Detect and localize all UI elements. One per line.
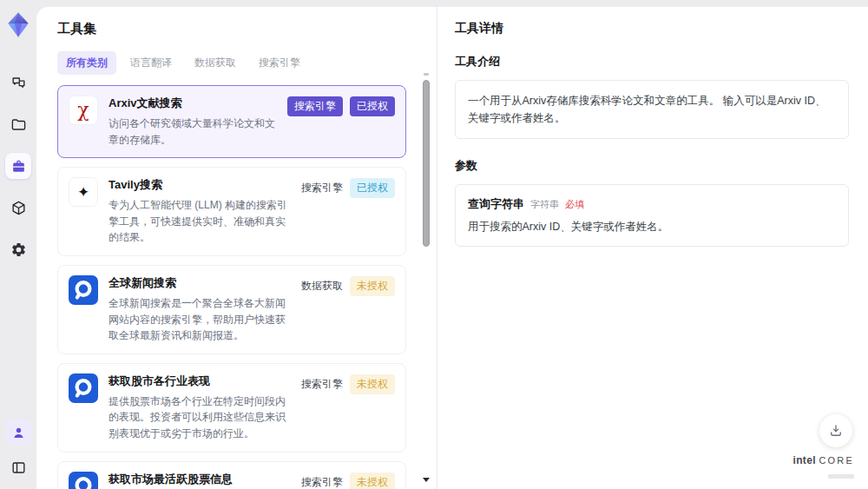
param-box: 查询字符串 字符串 必填 用于搜索的Arxiv ID、关键字或作者姓名。 <box>455 184 849 247</box>
auth-status-badge: 未授权 <box>350 472 395 489</box>
brand-intel-text: intel <box>793 454 816 466</box>
scrollbar-down-arrow-icon[interactable] <box>423 478 430 482</box>
tool-card-active-stocks[interactable]: 获取市场最活跃股票信息 提供当天交易量最高的股票列表。投资者可以利用这些信息来识… <box>57 461 406 489</box>
arxiv-icon: χ <box>69 96 98 125</box>
tool-name: 全球新闻搜索 <box>108 275 291 291</box>
tab-data-acquisition[interactable]: 数据获取 <box>186 51 245 75</box>
param-type: 字符串 <box>530 198 559 211</box>
tool-card-list: χ Arxiv文献搜索 访问各个研究领域大量科学论文和文章的存储库。 搜索引擎 … <box>57 85 406 489</box>
tool-description: 专为人工智能代理 (LLM) 构建的搜索引擎工具，可快速提供实时、准确和真实的结… <box>108 197 291 246</box>
sidebar-toggle-icon[interactable] <box>5 454 31 480</box>
param-name: 查询字符串 <box>468 196 524 212</box>
detail-title: 工具详情 <box>455 21 849 36</box>
tavily-star-icon: ✦ <box>69 177 98 207</box>
global-news-search-icon <box>69 275 98 305</box>
active-stocks-icon <box>69 472 98 489</box>
intro-box: 一个用于从Arxiv存储库搜索科学论文和文章的工具。 输入可以是Arxiv ID… <box>455 80 849 139</box>
scrollbar-top-dash <box>424 73 429 76</box>
folder-icon[interactable] <box>5 111 31 137</box>
params-heading: 参数 <box>455 158 849 174</box>
scrollbar-thumb[interactable] <box>423 80 430 247</box>
list-scrollbar[interactable] <box>423 73 430 484</box>
auth-status-badge: 已授权 <box>350 178 395 198</box>
tool-card-global-news[interactable]: 全球新闻搜索 全球新闻搜索是一个聚合全球各大新闻网站内容的搜索引擎，帮助用户快速… <box>57 265 406 354</box>
auth-status-badge: 未授权 <box>350 374 395 394</box>
tab-language-translation[interactable]: 语言翻译 <box>122 51 181 75</box>
tab-search-engine[interactable]: 搜索引擎 <box>250 51 309 75</box>
left-rail <box>0 0 36 489</box>
tool-card-arxiv[interactable]: χ Arxiv文献搜索 访问各个研究领域大量科学论文和文章的存储库。 搜索引擎 … <box>57 85 406 158</box>
category-badge: 搜索引擎 <box>287 96 343 116</box>
download-button[interactable] <box>819 414 852 447</box>
app-window: 工具集 所有类别 语言翻译 数据获取 搜索引擎 χ Arxiv文献搜索 访问各个… <box>0 0 868 489</box>
tool-name: 获取市场最活跃股票信息 <box>108 472 291 487</box>
tool-name: Tavily搜索 <box>108 177 291 193</box>
tool-list-pane: 工具集 所有类别 语言翻译 数据获取 搜索引擎 χ Arxiv文献搜索 访问各个… <box>36 7 437 489</box>
intro-text: 一个用于从Arxiv存储库搜索科学论文和文章的工具。 输入可以是Arxiv ID… <box>468 92 836 127</box>
chat-icon[interactable] <box>5 69 31 96</box>
stock-sector-icon <box>69 373 98 403</box>
page-title: 工具集 <box>57 21 414 37</box>
tool-name: Arxiv文献搜索 <box>108 96 277 111</box>
intro-heading: 工具介绍 <box>455 54 849 69</box>
intel-core-logo: intel CORE <box>793 454 854 482</box>
tool-card-tavily[interactable]: ✦ Tavily搜索 专为人工智能代理 (LLM) 构建的搜索引擎工具，可快速提… <box>57 167 406 256</box>
tool-description: 全球新闻搜索是一个聚合全球各大新闻网站内容的搜索引擎，帮助用户快速获取全球最新资… <box>108 295 291 344</box>
toolbox-icon[interactable] <box>5 153 31 179</box>
cube-icon[interactable] <box>5 195 31 221</box>
category-label: 搜索引擎 <box>301 475 343 489</box>
tool-description: 提供股票市场各个行业在特定时间段内的表现。投资者可以利用这些信息来识别表现优于或… <box>108 393 291 442</box>
brand-sub-bar <box>828 474 854 479</box>
category-label: 数据获取 <box>301 279 343 294</box>
category-tabs: 所有类别 语言翻译 数据获取 搜索引擎 <box>57 51 414 75</box>
auth-status-badge: 未授权 <box>350 276 395 296</box>
auth-status-badge: 已授权 <box>350 96 395 116</box>
settings-gear-icon[interactable] <box>5 236 31 262</box>
tool-name: 获取股市各行业表现 <box>108 373 291 389</box>
tab-all-categories[interactable]: 所有类别 <box>57 51 116 75</box>
download-icon <box>828 423 844 439</box>
category-label: 搜索引擎 <box>301 377 343 392</box>
tool-description: 访问各个研究领域大量科学论文和文章的存储库。 <box>108 116 277 148</box>
param-required-flag: 必填 <box>565 198 584 211</box>
param-description: 用于搜索的Arxiv ID、关键字或作者姓名。 <box>468 220 836 235</box>
main-content: 工具集 所有类别 语言翻译 数据获取 搜索引擎 χ Arxiv文献搜索 访问各个… <box>36 7 868 489</box>
app-logo-icon <box>3 10 33 40</box>
tool-detail-pane: 工具详情 工具介绍 一个用于从Arxiv存储库搜索科学论文和文章的工具。 输入可… <box>437 7 868 489</box>
brand-core-text: CORE <box>819 455 854 466</box>
category-label: 搜索引擎 <box>301 181 343 195</box>
tool-card-stock-sectors[interactable]: 获取股市各行业表现 提供股票市场各个行业在特定时间段内的表现。投资者可以利用这些… <box>57 363 406 453</box>
user-account-icon[interactable] <box>5 420 31 446</box>
